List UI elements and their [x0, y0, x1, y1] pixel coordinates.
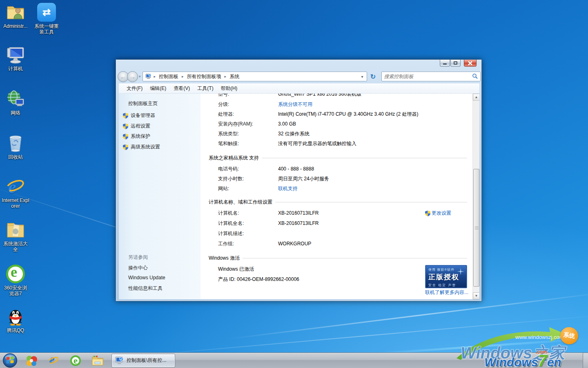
- system-task-icon: [115, 357, 124, 365]
- menu-edit[interactable]: 编辑(E): [146, 84, 170, 93]
- refresh-icon: ↻: [370, 73, 376, 81]
- row-label: 系统类型:: [218, 130, 278, 137]
- see-also-header: 另请参阅: [128, 254, 148, 261]
- name-row-description: 计算机描述:: [218, 230, 468, 237]
- menu-tools[interactable]: 工具(T): [194, 84, 217, 93]
- taskbar-icon-360-browser[interactable]: e: [67, 354, 84, 368]
- desktop-icon-recycle-bin[interactable]: 回收站: [2, 133, 29, 160]
- sidebar-item-performance-tools[interactable]: 性能信息和工具: [128, 285, 163, 292]
- row-label: 计算机全名:: [218, 220, 278, 227]
- refresh-button[interactable]: ↻: [368, 72, 378, 81]
- back-arrow-icon: ←: [120, 73, 126, 80]
- row-label: 处理器:: [218, 111, 278, 118]
- desktop-icon-activation-collection[interactable]: 系统激活大全: [2, 220, 29, 252]
- rating-link[interactable]: 系统分级不可用: [278, 101, 312, 107]
- row-label: 支持小时数:: [218, 175, 278, 182]
- section-rule: [275, 202, 467, 202]
- maximize-button[interactable]: [450, 60, 461, 67]
- sidebar-item-remote-settings[interactable]: 远程设置: [123, 123, 150, 130]
- change-settings-link[interactable]: 更改设置: [425, 210, 451, 217]
- window-client-area: 控制面板主页 设备管理器 远程设置 系统保护 高级系统设置 另请参阅 操作中心 …: [119, 94, 479, 299]
- sidebar-item-device-manager[interactable]: 设备管理器: [123, 112, 155, 119]
- info-row-system-type: 系统类型:32 位操作系统: [218, 130, 468, 137]
- info-row-rating: 分级:系统分级不可用: [218, 101, 468, 108]
- desktop-icon-tencent-qq[interactable]: 腾讯QQ: [2, 307, 29, 333]
- system-control-panel-window: ← → ▾ ▸ 控制面板 ▸ 所有控制面板项 ▸ 系统 ▾ ↻: [116, 59, 482, 301]
- online-support-link[interactable]: 联机支持: [278, 186, 298, 191]
- sidebar-item-label: 远程设置: [131, 123, 150, 130]
- caption-buttons: [439, 60, 477, 67]
- row-value: XB-20160713ILFR: [278, 210, 318, 216]
- desktop-light-streak: [123, 314, 588, 358]
- scroll-down-button[interactable]: ▼: [473, 292, 479, 299]
- desktop-icon-label: 360安全浏览器7: [2, 285, 29, 296]
- row-label: 电话号码:: [218, 166, 278, 173]
- uac-shield-icon: [123, 144, 128, 150]
- info-row-ram: 安装内存(RAM):3.00 GB: [218, 121, 468, 127]
- watermark-site-url: www.windowszj.com: [515, 334, 564, 340]
- sidebar-item-windows-update[interactable]: Windows Update: [128, 275, 165, 280]
- desktop-icon-computer[interactable]: 计算机: [2, 45, 29, 72]
- breadcrumb-separator-icon: ▸: [224, 74, 227, 79]
- name-row-workgroup: 工作组:WORKGROUP: [218, 240, 468, 247]
- system-page-icon: [145, 74, 151, 79]
- name-row-full-name: 计算机全名:XB-20160713ILFR: [218, 220, 468, 227]
- internet-explorer-icon: e: [6, 177, 25, 196]
- desktop-icon-360-browser[interactable]: e 360安全浏览器7: [2, 264, 29, 296]
- desktop-icon-label: 网络: [2, 110, 29, 116]
- desktop-icon-internet-explorer[interactable]: e Internet Explorer: [2, 177, 29, 209]
- desktop-icon-label: 系统激活大全: [2, 241, 29, 252]
- row-value: WORKGROUP: [278, 241, 311, 247]
- forward-button[interactable]: →: [127, 71, 138, 82]
- scroll-down-icon: ▼: [475, 294, 478, 298]
- sidebar-item-action-center[interactable]: 操作中心: [128, 265, 148, 272]
- sidebar-item-label: 设备管理器: [131, 112, 155, 119]
- section-rule: [262, 158, 467, 158]
- support-row-phone: 电话号码:400 - 888 - 8888: [218, 166, 468, 172]
- start-button[interactable]: [2, 353, 18, 368]
- address-bar[interactable]: ▸ 控制面板 ▸ 所有控制面板项 ▸ 系统 ▾: [143, 72, 367, 81]
- row-label: 工作组:: [218, 240, 278, 247]
- scroll-up-button[interactable]: ▲: [473, 94, 479, 101]
- desktop-icon-administrator[interactable]: Administr...: [2, 2, 29, 29]
- desktop-icon-network[interactable]: 网络: [2, 89, 29, 116]
- active-task-label: 控制面板\所有控...: [127, 357, 166, 364]
- navigation-bar: ← → ▾ ▸ 控制面板 ▸ 所有控制面板项 ▸ 系统 ▾ ↻: [118, 70, 481, 83]
- vertical-scrollbar[interactable]: ▲ ▼: [472, 94, 479, 299]
- taskbar-icon-internet-explorer[interactable]: e: [45, 354, 62, 368]
- breadcrumb-system[interactable]: 系统: [227, 73, 242, 80]
- desktop-icon-reinstall-tool[interactable]: ⇄ 系统一键重装工具: [33, 2, 60, 35]
- sidebar-item-system-protection[interactable]: 系统保护: [123, 133, 150, 140]
- scroll-up-icon: ▲: [475, 95, 478, 99]
- uac-shield-icon: [123, 134, 128, 139]
- row-value: 32 位操作系统: [278, 131, 310, 137]
- uac-shield-icon: [425, 211, 430, 216]
- menu-help[interactable]: 帮助(H): [217, 84, 241, 93]
- address-dropdown-icon[interactable]: ▾: [360, 74, 365, 79]
- row-value: Ghost_Win7 SP1 x86 2016 360装机版: [278, 94, 361, 97]
- learn-more-link[interactable]: 联机了解更多内容...: [425, 289, 467, 296]
- minimize-button[interactable]: [440, 60, 450, 67]
- menu-view[interactable]: 查看(V): [170, 84, 194, 93]
- taskbar-icon-explorer[interactable]: [89, 354, 106, 368]
- show-desktop-button[interactable]: [583, 353, 588, 368]
- search-input[interactable]: [384, 74, 472, 79]
- breadcrumb-control-panel[interactable]: 控制面板: [156, 73, 181, 80]
- sidebar-item-advanced-settings[interactable]: 高级系统设置: [123, 144, 160, 150]
- computer-name-section-header: 计算机名称、域和工作组设置: [209, 199, 467, 206]
- recent-pages-dropdown[interactable]: ▾: [139, 74, 141, 79]
- row-value: 3.00 GB: [278, 121, 296, 127]
- scrollbar-thumb[interactable]: [473, 169, 479, 287]
- uac-shield-icon: [123, 123, 128, 129]
- sidebar-item-control-panel-home[interactable]: 控制面板主页: [128, 100, 158, 107]
- taskbar-icon-360-safety[interactable]: [23, 354, 40, 368]
- search-box[interactable]: [381, 72, 481, 81]
- breadcrumb-all-items[interactable]: 所有控制面板项: [185, 73, 224, 80]
- taskbar-active-task[interactable]: 控制面板\所有控...: [111, 354, 175, 368]
- genuine-microsoft-badge[interactable]: 使用 微软®软件 正版授权 安全 稳定 声誉: [425, 265, 467, 288]
- menu-file[interactable]: 文件(F): [123, 84, 146, 93]
- qq-penguin-icon: [6, 307, 25, 326]
- breadcrumb-separator-icon: ▸: [181, 74, 185, 79]
- close-button[interactable]: [464, 60, 477, 67]
- row-label: 型号:: [218, 94, 278, 98]
